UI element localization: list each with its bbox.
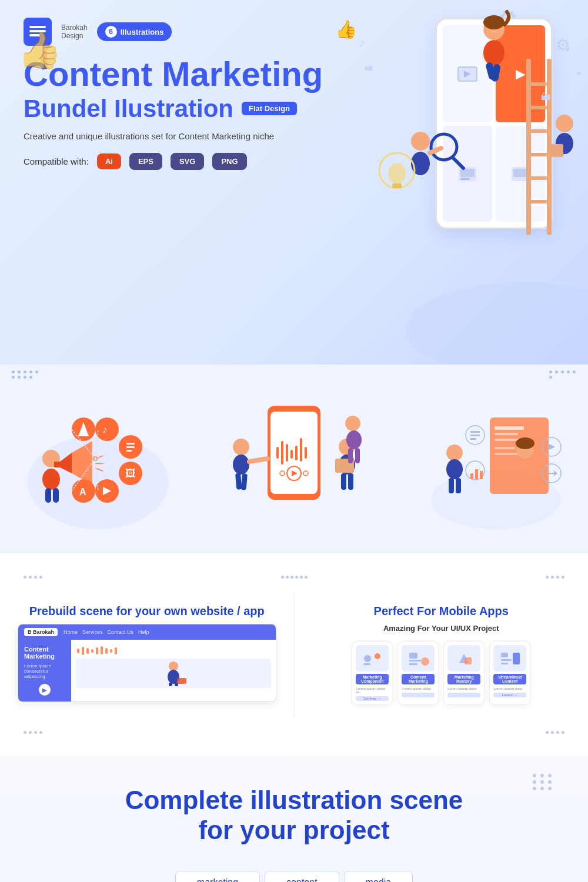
svg-rect-98 [348,448,353,463]
feature-website-col: Prebuild scene for your own website / ap… [0,593,295,717]
svg-rect-111 [449,478,454,493]
svg-point-10 [406,282,588,365]
svg-point-39 [388,163,406,184]
svg-rect-146 [409,660,421,662]
svg-rect-102 [495,426,524,430]
tags-row-1: marketing content media [24,868,564,882]
svg-point-52 [95,417,119,441]
megaphone-scene-svg: ♪ 🖼 A [16,382,181,535]
mockup-navbar: B Barokah Home Services Contact Us Help [18,624,276,640]
sidebar-play-btn[interactable]: ▶ [39,684,51,696]
feature-mobile-col: Perfect For Mobile Apps Amazing For Your… [295,593,589,717]
svg-rect-127 [82,647,84,655]
sidebar-text: Lorem ipsum consectetur adipiscing [24,663,65,679]
svg-rect-137 [177,678,186,684]
svg-point-24 [411,132,430,151]
feature-mobile-subtitle: Amazing For Your UI/UX Project [312,624,571,633]
card-3-btn[interactable]: ... [447,693,480,697]
svg-text:♪: ♪ [102,425,107,435]
feature-mobile-title: Perfect For Mobile Apps [312,604,571,618]
svg-rect-139 [175,683,178,686]
card-4-title: Streamlined Content [493,674,526,684]
svg-rect-18 [526,200,552,203]
svg-rect-133 [110,649,112,653]
flat-design-badge: Flat Design [242,102,297,115]
mobile-card-3: Marketing Mastery Lorem ipsum dolor ... [443,641,485,705]
card-2-img [402,645,435,671]
svg-point-23 [483,15,505,29]
card-2-title: Content Marketing [402,674,435,684]
svg-rect-31 [547,144,563,157]
tag-content[interactable]: content [265,871,339,882]
svg-rect-118 [470,473,473,479]
mobile-card-2: Content Marketing Lorem ipsum dolor ... [397,641,439,705]
svg-rect-79 [295,446,298,460]
hero-title: Content Marketing [24,56,353,92]
features-dots-row [0,571,588,583]
svg-rect-40 [392,183,402,188]
tag-marketing[interactable]: marketing [175,871,260,882]
illustrations-section: ♪ 🖼 A [0,365,588,553]
card-1-img [356,645,389,671]
svg-rect-116 [470,438,476,440]
svg-badge: SVG [171,153,204,170]
svg-point-43 [42,469,60,490]
brand-name: Barokah Design [61,24,88,41]
dots-center [281,571,308,583]
tag-media[interactable]: media [344,871,413,882]
mobile-apps-grid: Marketing Companion Lorem ipsum dolor si… [312,641,571,705]
svg-rect-151 [465,657,472,664]
mockup-content-area [71,640,276,701]
mobile-card-1: Marketing Companion Lorem ipsum dolor si… [352,641,393,705]
svg-rect-134 [115,647,117,654]
illustrations-badge: 6 Illustrations [97,22,172,41]
card-4-btn[interactable]: Launch → [493,693,526,697]
svg-point-142 [375,653,380,659]
ai-badge: Ai [97,153,121,169]
svg-marker-122 [548,443,555,450]
svg-point-109 [446,445,463,461]
svg-rect-119 [475,469,478,479]
svg-rect-76 [281,441,283,465]
svg-point-97 [346,430,362,449]
features-row: Prebuild scene for your own website / ap… [0,593,588,717]
svg-rect-105 [495,447,515,449]
svg-marker-125 [554,470,557,476]
card-1-btn[interactable]: Get free → [356,696,389,701]
svg-rect-126 [77,649,79,653]
features-bottom-dots [0,717,588,739]
svg-rect-147 [409,663,417,665]
complete-dots-tr [533,774,553,790]
svg-rect-99 [355,448,360,463]
scene-content-creation [392,365,588,553]
svg-rect-131 [101,646,103,654]
nav-home: Home [64,629,78,635]
website-mockup: B Barokah Home Services Contact Us Help … [18,624,276,702]
mockup-logo: B Barokah [24,628,58,636]
card-3-title: Marketing Mastery [447,674,480,684]
waveform [76,644,271,656]
svg-text:🏔: 🏔 [365,63,373,72]
svg-rect-75 [276,447,279,459]
svg-rect-155 [501,663,508,664]
svg-point-110 [446,459,463,479]
svg-rect-78 [290,450,293,459]
content-scene-svg [407,382,572,535]
card-2-btn[interactable]: ... [402,693,435,697]
svg-rect-89 [235,473,242,490]
svg-rect-56 [126,446,135,448]
svg-text:♪: ♪ [359,35,365,50]
svg-point-86 [233,439,249,455]
svg-rect-17 [526,176,552,180]
svg-rect-45 [53,488,59,503]
phone-people-svg [212,382,376,535]
svg-rect-138 [169,683,172,686]
scene-megaphone: ♪ 🖼 A [0,365,196,553]
card-4-text: Lorem ipsum dolor [493,687,526,690]
complete-section-title: Complete illustration scenefor your proj… [24,786,564,845]
scene-phone-people [196,365,392,553]
hero-illustration: ▶ [318,0,588,365]
svg-point-141 [364,655,371,662]
svg-rect-114 [470,431,480,433]
svg-rect-132 [105,648,108,654]
